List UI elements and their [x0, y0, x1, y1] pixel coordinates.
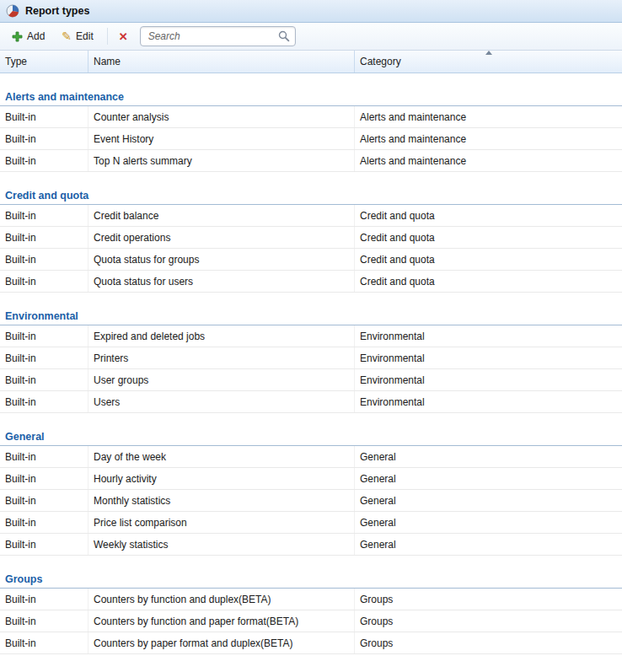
cell-name: Expired and deleted jobs	[88, 325, 355, 347]
cell-type: Built-in	[0, 534, 88, 555]
cell-name: Hourly activity	[88, 468, 355, 489]
cell-category: Credit and quota	[355, 271, 622, 292]
table-row[interactable]: Built-inUser groupsEnvironmental	[0, 369, 622, 391]
table-row[interactable]: Built-inPrice list comparisonGeneral	[0, 512, 622, 534]
table-row[interactable]: Built-inCredit balanceCredit and quota	[0, 205, 622, 227]
cell-category: Environmental	[355, 391, 622, 412]
cell-category: Groups	[355, 589, 622, 610]
search-box	[140, 26, 296, 46]
cell-category: Alerts and maintenance	[355, 106, 622, 127]
table-row[interactable]: Built-inEvent HistoryAlerts and maintena…	[0, 128, 622, 150]
group-title: General	[5, 431, 45, 443]
cell-type: Built-in	[0, 227, 88, 248]
column-header-category-label: Category	[360, 56, 401, 67]
cell-type: Built-in	[0, 391, 88, 412]
cell-name: Quota status for users	[88, 271, 355, 292]
group-title: Environmental	[5, 310, 78, 322]
table-row[interactable]: Built-inUsersEnvironmental	[0, 391, 622, 413]
cell-name: Counter analysis	[88, 106, 355, 127]
table-row[interactable]: Built-inExpired and deleted jobsEnvironm…	[0, 325, 622, 347]
cell-name: Credit operations	[88, 227, 355, 248]
cell-category: Environmental	[355, 325, 622, 347]
cell-name: Weekly statistics	[88, 534, 355, 555]
table-row[interactable]: Built-inQuota status for usersCredit and…	[0, 271, 622, 293]
column-header-category[interactable]: Category	[355, 51, 622, 73]
search-input[interactable]	[140, 26, 296, 46]
cell-type: Built-in	[0, 589, 88, 610]
cell-category: Environmental	[355, 347, 622, 368]
table-row[interactable]: Built-inMonthly statisticsGeneral	[0, 490, 622, 512]
cell-type: Built-in	[0, 271, 88, 292]
add-button-label: Add	[27, 30, 45, 42]
table-row[interactable]: Built-inCounters by function and duplex(…	[0, 589, 622, 610]
column-header-type[interactable]: Type	[0, 51, 88, 73]
cell-category: Alerts and maintenance	[355, 128, 622, 149]
plus-icon	[12, 31, 23, 42]
cell-name: Monthly statistics	[88, 490, 355, 511]
cell-name: Credit balance	[88, 205, 355, 226]
group-header[interactable]: Alerts and maintenance	[0, 73, 622, 106]
column-header-name-label: Name	[94, 56, 121, 67]
table-row[interactable]: Built-inPrintersEnvironmental	[0, 347, 622, 369]
cell-type: Built-in	[0, 446, 88, 467]
table-row[interactable]: Built-inCounter analysisAlerts and maint…	[0, 106, 622, 128]
cell-category: General	[355, 446, 622, 467]
cell-category: General	[355, 512, 622, 533]
cell-category: Credit and quota	[355, 227, 622, 248]
window-titlebar: Report types	[0, 0, 622, 23]
table-header: Type Name Category	[0, 51, 622, 73]
cell-type: Built-in	[0, 490, 88, 511]
group-title: Groups	[5, 573, 42, 585]
cell-name: Quota status for groups	[88, 249, 355, 270]
column-header-type-label: Type	[5, 56, 27, 67]
cell-category: General	[355, 490, 622, 511]
table-row[interactable]: Built-inTop N alerts summaryAlerts and m…	[0, 150, 622, 172]
table-row[interactable]: Built-inDay of the weekGeneral	[0, 446, 622, 468]
cell-category: General	[355, 534, 622, 555]
cell-type: Built-in	[0, 325, 88, 347]
cell-type: Built-in	[0, 249, 88, 270]
group-title: Alerts and maintenance	[5, 91, 124, 103]
page-title: Report types	[25, 5, 89, 17]
table-row[interactable]: Built-inQuota status for groupsCredit an…	[0, 249, 622, 271]
cell-type: Built-in	[0, 128, 88, 149]
add-button[interactable]: Add	[4, 27, 52, 46]
group-header[interactable]: Credit and quota	[0, 172, 622, 205]
cell-name: User groups	[88, 369, 355, 390]
cell-type: Built-in	[0, 512, 88, 533]
cell-category: Credit and quota	[355, 249, 622, 270]
table-row[interactable]: Built-inCounters by paper format and dup…	[0, 632, 622, 654]
group-header[interactable]: Environmental	[0, 293, 622, 325]
toolbar-separator	[107, 28, 108, 45]
cell-name: Users	[88, 391, 355, 412]
cell-type: Built-in	[0, 610, 88, 632]
cell-type: Built-in	[0, 205, 88, 226]
cell-name: Counters by function and duplex(BETA)	[88, 589, 355, 610]
delete-button[interactable]: ✕	[114, 29, 133, 45]
edit-button-label: Edit	[76, 30, 94, 42]
cell-name: Counters by function and paper format(BE…	[88, 610, 355, 632]
table-row[interactable]: Built-inHourly activityGeneral	[0, 468, 622, 490]
edit-button[interactable]: ✎ Edit	[54, 27, 100, 46]
group-header[interactable]: Groups	[0, 556, 622, 589]
cell-type: Built-in	[0, 347, 88, 368]
cell-name: Price list comparison	[88, 512, 355, 533]
table-row[interactable]: Built-inWeekly statisticsGeneral	[0, 534, 622, 556]
cell-category: Credit and quota	[355, 205, 622, 226]
cell-name: Top N alerts summary	[88, 150, 355, 171]
column-header-name[interactable]: Name	[88, 51, 355, 73]
group-header[interactable]: General	[0, 413, 622, 446]
pie-chart-icon	[6, 4, 19, 18]
cell-name: Printers	[88, 347, 355, 368]
cell-type: Built-in	[0, 632, 88, 653]
table-row[interactable]: Built-inCounters by function and paper f…	[0, 610, 622, 632]
cell-category: Environmental	[355, 369, 622, 390]
cell-category: Groups	[355, 632, 622, 653]
cell-type: Built-in	[0, 369, 88, 390]
cell-type: Built-in	[0, 106, 88, 127]
cell-type: Built-in	[0, 468, 88, 489]
table-row[interactable]: Built-inCredit operationsCredit and quot…	[0, 227, 622, 249]
pencil-icon: ✎	[62, 30, 72, 42]
cell-category: General	[355, 468, 622, 489]
sort-ascending-icon	[485, 51, 492, 55]
